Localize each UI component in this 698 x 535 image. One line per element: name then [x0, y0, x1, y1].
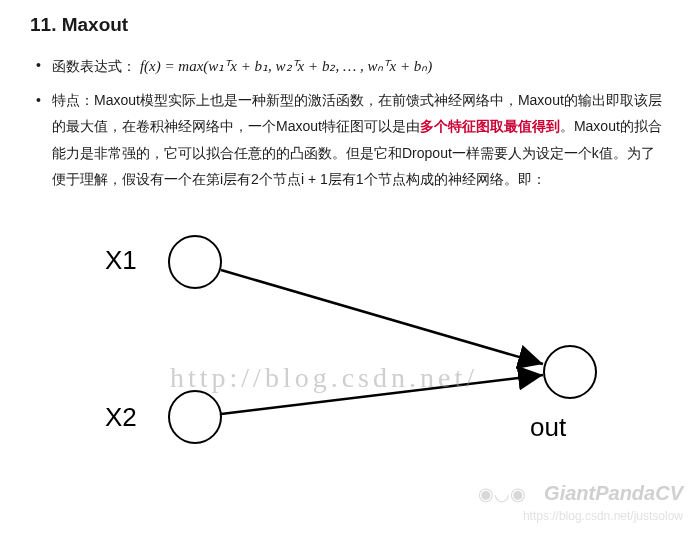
node-x1 [169, 236, 221, 288]
watermark-url: http://blog.csdn.net/ [170, 362, 478, 394]
node-x2 [169, 391, 221, 443]
label-x1: X1 [105, 245, 137, 276]
section-heading: 11. Maxout [30, 14, 668, 36]
panda-icon: ◉◡◉ [478, 483, 526, 505]
features-highlight: 多个特征图取最值得到 [420, 118, 560, 134]
edge-x1-out [221, 270, 543, 364]
label-out: out [530, 412, 566, 443]
bullet-list: 函数表达式： f(x) = max(w₁ᵀx + b₁, w₂ᵀx + b₂, … [30, 52, 668, 193]
watermark-subtext: https://blog.csdn.net/justsolow [523, 509, 683, 523]
bullet-formula: 函数表达式： f(x) = max(w₁ᵀx + b₁, w₂ᵀx + b₂, … [52, 52, 668, 81]
label-x2: X2 [105, 402, 137, 433]
watermark-brand: GiantPandaCV [544, 482, 683, 505]
node-out [544, 346, 596, 398]
formula-label: 函数表达式： [52, 58, 136, 74]
bullet-features: 特点：Maxout模型实际上也是一种新型的激活函数，在前馈式神经网络中，Maxo… [52, 87, 668, 193]
formula-expression: f(x) = max(w₁ᵀx + b₁, w₂ᵀx + b₂, … , wₙᵀ… [140, 58, 432, 74]
network-diagram: X1 X2 out http://blog.csdn.net/ [40, 217, 680, 477]
